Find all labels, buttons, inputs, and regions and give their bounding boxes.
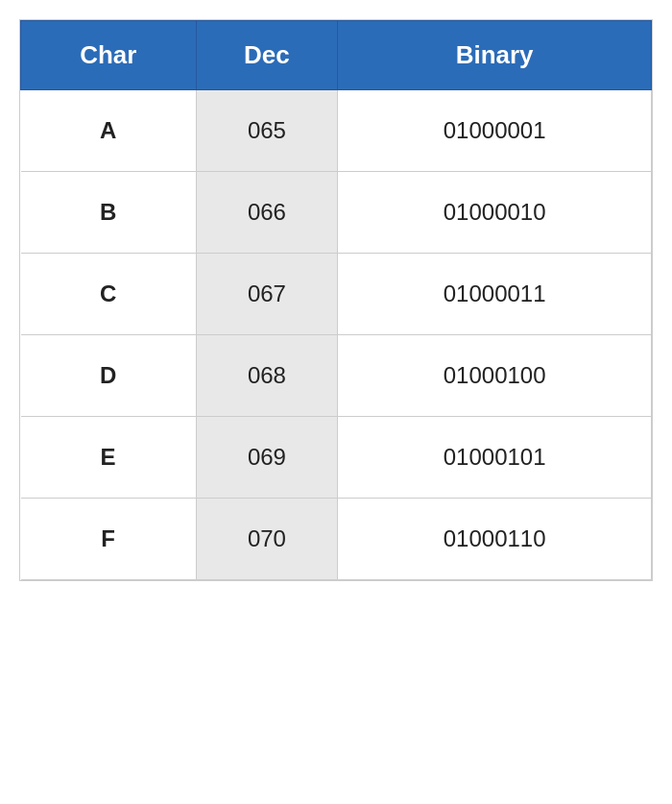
- cell-dec: 068: [196, 335, 338, 417]
- cell-binary: 01000010: [338, 172, 652, 254]
- cell-char: B: [21, 172, 197, 254]
- cell-binary: 01000110: [338, 499, 652, 580]
- cell-char: C: [21, 254, 197, 335]
- table-row: A06501000001: [21, 90, 652, 172]
- cell-char: F: [21, 499, 197, 580]
- cell-dec: 065: [196, 90, 338, 172]
- table-row: F07001000110: [21, 499, 652, 580]
- cell-char: D: [21, 335, 197, 417]
- header-char: Char: [21, 21, 197, 90]
- table-row: E06901000101: [21, 417, 652, 499]
- cell-char: E: [21, 417, 197, 499]
- cell-binary: 01000011: [338, 254, 652, 335]
- header-dec: Dec: [196, 21, 338, 90]
- cell-binary: 01000001: [338, 90, 652, 172]
- ascii-table: Char Dec Binary A06501000001B06601000010…: [19, 19, 653, 581]
- cell-dec: 069: [196, 417, 338, 499]
- table-row: B06601000010: [21, 172, 652, 254]
- cell-binary: 01000101: [338, 417, 652, 499]
- cell-dec: 066: [196, 172, 338, 254]
- cell-dec: 067: [196, 254, 338, 335]
- header-binary: Binary: [338, 21, 652, 90]
- table-row: C06701000011: [21, 254, 652, 335]
- cell-binary: 01000100: [338, 335, 652, 417]
- table-row: D06801000100: [21, 335, 652, 417]
- cell-dec: 070: [196, 499, 338, 580]
- cell-char: A: [21, 90, 197, 172]
